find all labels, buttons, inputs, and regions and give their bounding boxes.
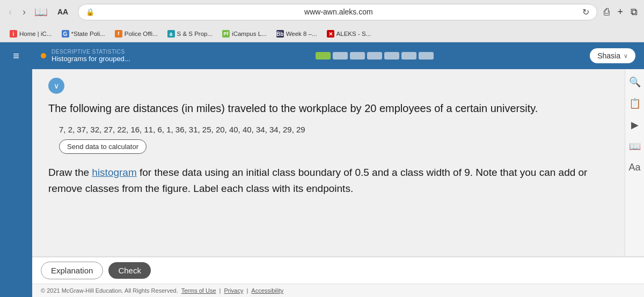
status-dot [41,53,46,58]
topic-label: DESCRIPTIVE STATISTICS [52,49,130,55]
tab-favicon-police: f [115,30,122,38]
instruction-text: Draw the histogram for these data using … [48,165,609,197]
progress-segment-6 [401,52,416,60]
topic-title: Histograms for grouped... [52,55,130,63]
tab-favicon-week: Bb [276,30,284,38]
nav-back-button[interactable]: ‹ [6,5,14,19]
notes-icon-button[interactable]: 📋 [627,96,642,111]
footer-privacy-link[interactable]: Privacy [224,287,243,294]
tab-label-home: Home | iC... [19,31,52,37]
progress-segment-2 [333,52,348,60]
progress-segment-5 [384,52,399,60]
add-tab-button[interactable]: + [617,6,623,18]
check-button[interactable]: Check [108,262,151,279]
address-bar[interactable]: 🔒 www-awn.aleks.com ↻ [78,4,597,20]
tab-favicon-aleks: ✕ [327,30,334,38]
user-name: Shasia [597,51,620,60]
tab-prop[interactable]: a S & S Prop... [163,28,217,40]
progress-bar-container [305,52,584,60]
tab-state[interactable]: G *State Poli... [57,28,109,40]
tab-label-week: Week 8 –... [286,31,317,37]
copy-tab-button[interactable]: ⧉ [631,6,638,18]
share-button[interactable]: ⎙ [604,6,610,18]
refresh-button[interactable]: ↻ [582,7,589,17]
explanation-button[interactable]: Explanation [41,262,103,279]
progress-segment-1 [316,52,331,60]
tab-home[interactable]: i Home | iC... [5,28,56,40]
boundary-value: 0.5 [355,167,369,178]
main-panel: DESCRIPTIVE STATISTICS Histograms for gr… [32,42,644,297]
tab-label-police: Police Offi... [125,31,158,37]
tab-label-prop: S & S Prop... [177,31,213,37]
tab-week[interactable]: Bb Week 8 –... [272,28,321,40]
question-intro: The following are distances (in miles) t… [48,100,609,116]
sidebar-menu-button[interactable]: ≡ [11,48,21,64]
tab-favicon-state: G [62,30,69,38]
footer-copyright: © 2021 McGraw-Hill Education. All Rights… [41,287,178,294]
footer-separator2: | [246,287,248,294]
font-icon-button[interactable]: Aa [627,160,642,175]
play-icon-button[interactable]: ▶ [630,117,640,132]
footer-accessibility-link[interactable]: Accessibility [251,287,283,294]
search-icon-button[interactable]: 🔍 [627,75,642,90]
footer: © 2021 McGraw-Hill Education. All Rights… [32,284,644,297]
tab-favicon-prop: a [167,30,175,38]
tab-label-icampus: iCampus L... [232,31,267,37]
class-width: 9 [464,167,470,178]
instruction-part2: for these data using an initial class bo… [137,167,355,178]
bookmarks-icon[interactable]: 📖 [34,5,48,18]
question-content: ∨ The following are distances (in miles)… [32,69,625,256]
histogram-link[interactable]: histogram [92,167,136,178]
footer-separator1: | [219,287,221,294]
instruction-part1: Draw the [48,167,92,178]
aleks-header: DESCRIPTIVE STATISTICS Histograms for gr… [32,42,644,69]
progress-segment-4 [367,52,382,60]
url-text: www-awn.aleks.com [98,8,579,16]
aleks-header-left: DESCRIPTIVE STATISTICS Histograms for gr… [41,49,298,63]
collapse-button[interactable]: ∨ [48,78,64,94]
user-dropdown[interactable]: Shasia ∨ [590,48,635,63]
lock-icon: 🔒 [86,8,94,16]
book-icon-button[interactable]: 📖 [627,139,642,154]
nav-forward-button[interactable]: › [20,5,28,19]
data-values: 7, 2, 37, 32, 27, 22, 16, 11, 6, 1, 36, … [59,125,609,134]
header-topic: DESCRIPTIVE STATISTICS Histograms for gr… [52,49,130,63]
tab-icampus[interactable]: Pf iCampus L... [218,28,271,40]
tab-label-aleks: ALEKS - S... [336,31,371,37]
progress-segment-7 [419,52,434,60]
bottom-bar: Explanation Check [32,257,644,284]
footer-terms-link[interactable]: Terms of Use [181,287,216,294]
aa-button[interactable]: AA [54,6,71,17]
tab-favicon-icampus: Pf [222,30,230,38]
tab-label-state: *State Poli... [71,31,105,37]
tabs-bar: i Home | iC... G *State Poli... f Police… [0,24,644,42]
tab-aleks[interactable]: ✕ ALEKS - S... [323,28,376,40]
tab-favicon-home: i [10,30,17,38]
progress-segment-3 [350,52,365,60]
chevron-down-icon: ∨ [624,53,628,60]
tab-police[interactable]: f Police Offi... [111,28,162,40]
sidebar: ≡ [0,42,32,297]
instruction-part3: and a class width of [369,167,464,178]
send-data-button[interactable]: Send data to calculator [59,139,147,154]
right-panel: 🔍 📋 ▶ 📖 Aa [625,69,644,256]
